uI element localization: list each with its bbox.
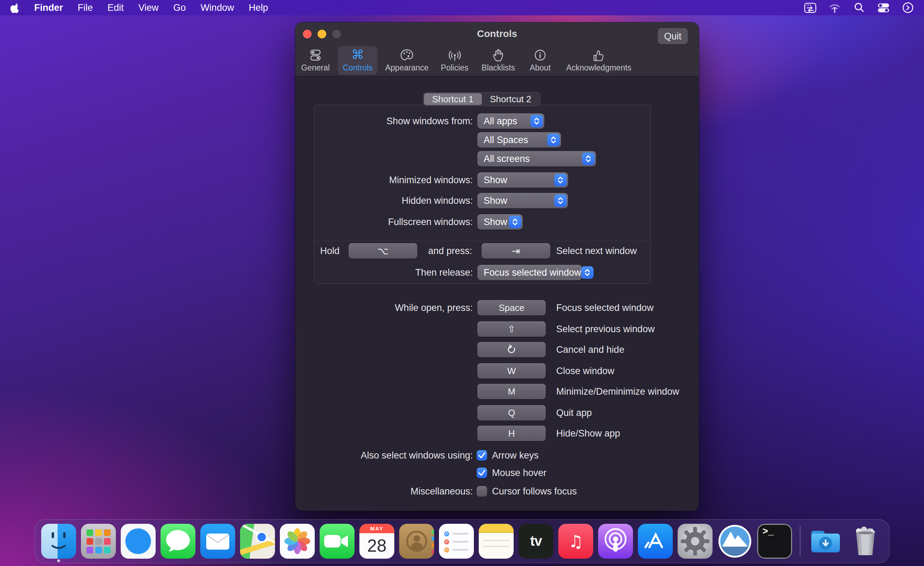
key-recorder-focus-selected-window[interactable]: Space [477,300,546,315]
wifi-alert-icon[interactable] [827,0,842,15]
then-release-label: Then release: [295,265,473,280]
dock-icon-facetime[interactable] [320,524,354,558]
menu-item-file[interactable]: File [70,0,100,15]
dock-icon-app-store[interactable] [638,524,673,558]
dock-icon-podcasts[interactable] [598,524,633,558]
menu-item-edit[interactable]: Edit [100,0,131,15]
checkbox-row-label: Miscellaneous: [295,483,473,499]
dropdown-all-spaces[interactable]: All Spaces [477,132,561,148]
dock-icon-finder[interactable] [41,524,76,558]
checkbox-arrow-keys[interactable] [477,450,487,461]
shortcut-description: Select previous window [556,321,655,337]
dropdown-value: All apps [477,116,530,127]
dock-icon-tv[interactable]: tv [519,524,554,558]
checkbox-text[interactable]: Arrow keys [492,450,539,461]
dropdown-show[interactable]: Show [477,193,568,208]
menu-item-view[interactable]: View [131,0,166,15]
minimize-button[interactable] [318,30,326,38]
key-recorder-quit-app[interactable]: Q [477,405,546,420]
checkbox-mouse-hover[interactable] [477,468,487,478]
dropdown-stepper-icon [554,174,567,186]
close-button[interactable] [303,30,312,38]
toolbar-tab-policies[interactable]: Policies [436,46,473,75]
tab-shortcut-1[interactable]: Shortcut 1 [424,93,482,105]
key-recorder-select-previous-window[interactable]: ⇧ [477,321,546,337]
toolbar-tab-acknowledgments[interactable]: Acknowledgments [561,46,636,75]
then-release-dropdown[interactable]: Focus selected window [477,265,582,280]
menu-item-help[interactable]: Help [242,0,276,15]
toolbar-tab-appearance[interactable]: Appearance [380,46,434,75]
dock-icon-mail[interactable] [200,524,235,558]
dropdown-show[interactable]: Show [477,214,523,230]
toolbar-tab-label: Acknowledgments [566,63,632,73]
dock-icon-notes[interactable] [479,524,514,558]
toolbar-tab-about[interactable]: About [525,46,555,75]
toolbar-tab-label: Controls [343,63,373,73]
shortcut-description: Close window [556,363,615,378]
toolbar-tab-label: Appearance [385,63,429,73]
menu-item-go[interactable]: Go [166,0,194,15]
dropdown-row-label: Hidden windows: [295,193,473,208]
dock-icon-downloads[interactable] [808,524,843,558]
dropdown-stepper-icon [530,115,543,128]
menu-bar: Finder File Edit View Go Window Help [0,0,924,15]
dock-icon-messages[interactable] [160,524,195,558]
dock-icon-maps[interactable] [240,524,275,558]
key-recorder-minimize-deminimize-window[interactable]: M [477,384,546,399]
dropdown-value: All screens [477,153,582,164]
checkbox-text[interactable]: Mouse hover [492,468,546,478]
dropdown-all-apps[interactable]: All apps [477,113,544,129]
dock-icon-contacts[interactable] [399,524,434,558]
dock-icon-safari[interactable] [121,524,156,558]
control-center-icon[interactable] [876,0,891,15]
dropdown-show[interactable]: Show [477,173,568,188]
calendar-day: 28 [359,533,394,558]
toolbar-tab-controls[interactable]: ⌘Controls [338,46,378,75]
toolbar-tab-label: General [301,63,330,73]
desktop-wallpaper: Finder File Edit View Go Window Help Con… [0,0,924,566]
thumbs-up-icon [591,48,606,62]
dropdown-value: All Spaces [477,135,547,146]
key-recorder-cancel-and-hide[interactable] [477,342,546,357]
while-open-label: While open, press: [295,300,473,315]
toolbar-tab-general[interactable]: General [296,46,334,75]
apple-menu[interactable] [8,2,27,13]
dock-icon-reminders[interactable] [439,524,474,558]
menu-item-window[interactable]: Window [194,0,242,15]
dock-icon-music[interactable]: ♫ [558,524,593,558]
shortcut-description: Focus selected window [556,300,654,315]
dock-icon-trash[interactable] [848,524,883,558]
hold-key-recorder[interactable]: ⌥ [349,243,417,258]
palette-icon [399,48,414,62]
press-key-recorder[interactable]: ⇥ [482,243,550,258]
key-recorder-close-window[interactable]: W [477,363,546,378]
menu-item-app[interactable]: Finder [27,0,70,15]
checkbox-cursor-follows-focus[interactable] [477,486,487,497]
dropdown-value: Show [477,175,554,186]
tab-shortcut-2[interactable]: Shortcut 2 [482,93,540,105]
dropdown-row-label [295,151,473,167]
dropdown-all-screens[interactable]: All screens [477,151,596,167]
svg-text:⌘: ⌘ [351,48,364,62]
dock-icon-calendar[interactable]: MAY28 [359,524,394,558]
checkbox-row-label [295,465,473,480]
window-titlebar[interactable]: Controls Quit General⌘ControlsAppearance… [295,23,699,77]
dropdown-value: Show [477,195,554,206]
toolbar-tab-blacklists[interactable]: Blacklists [477,46,520,75]
shortcut-description: Cancel and hide [556,342,624,357]
dock-icon-terminal[interactable]: >_ [757,524,792,558]
info-icon [533,48,548,62]
dock-icon-system-preferences[interactable] [678,524,712,558]
dock-icon-photos[interactable] [280,524,315,558]
key-recorder-hide-show-app[interactable]: H [477,426,546,441]
group-divider [314,241,650,241]
dock-icon-launchpad[interactable] [81,524,116,558]
dropdown-row-label [295,132,473,148]
fast-user-switching-icon[interactable] [900,0,916,15]
checkbox-text[interactable]: Cursor follows focus [492,486,577,497]
dock-icon-alttab[interactable] [717,524,752,558]
spotlight-search-icon[interactable] [851,0,867,15]
calendar-month: MAY [359,524,394,533]
window-switcher-icon[interactable] [802,0,818,15]
quit-button[interactable]: Quit [658,28,688,44]
